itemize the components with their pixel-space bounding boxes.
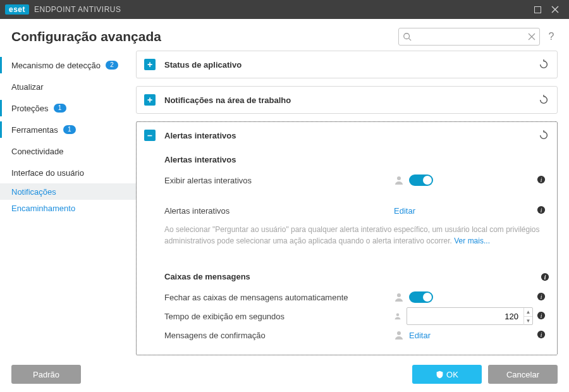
search-input[interactable] <box>412 32 528 42</box>
sidebar-item-notifications[interactable]: Notificações <box>0 183 136 200</box>
maximize-icon <box>534 6 541 13</box>
help-button[interactable]: ? <box>545 31 558 42</box>
user-icon <box>394 311 401 321</box>
sidebar-item-label: Conectividade <box>11 147 63 156</box>
default-button[interactable]: Padrão <box>11 365 81 384</box>
user-icon <box>394 175 404 185</box>
group-heading-msgbox: Caixas de mensagens i <box>164 272 549 281</box>
revert-icon[interactable] <box>538 94 549 106</box>
info-icon[interactable]: i <box>537 311 546 320</box>
svg-point-20 <box>397 331 401 335</box>
sidebar-item-detection[interactable]: Mecanismo de detecção 2 <box>0 54 136 76</box>
user-icon <box>394 292 404 302</box>
section-app-status: + Status de aplicativo <box>136 51 558 78</box>
row-confirm-msgs: Mensagens de confirmação Editar i <box>164 326 549 345</box>
svg-text:i: i <box>544 273 546 280</box>
app-title: ENDPOINT ANTIVIRUS <box>34 5 121 14</box>
row-label: Fechar as caixas de mensagens automatica… <box>164 293 394 302</box>
timeout-stepper[interactable]: ▲ ▼ <box>407 307 533 325</box>
row-show-alerts: Exibir alertas interativos i <box>164 171 549 190</box>
section-header-desktop-notifications[interactable]: + Notificações na área de trabalho <box>137 87 557 113</box>
row-alerts-edit: Alertas interativos Editar i <box>164 201 549 220</box>
svg-text:i: i <box>541 331 542 338</box>
sidebar-badge: 2 <box>106 61 118 70</box>
section-title: Status de aplicativo <box>164 60 538 70</box>
info-icon[interactable]: i <box>537 292 546 301</box>
revert-icon[interactable] <box>538 59 549 70</box>
sidebar-item-label: Proteções <box>11 104 49 113</box>
sidebar-item-update[interactable]: Atualizar <box>0 76 136 97</box>
expand-icon: + <box>144 59 156 70</box>
sidebar: Mecanismo de detecção 2 Atualizar Proteç… <box>0 51 136 357</box>
close-button[interactable] <box>546 1 564 18</box>
section-desktop-notifications: + Notificações na área de trabalho <box>136 86 558 114</box>
section-title: Notificações na área de trabalho <box>164 95 538 105</box>
cancel-button[interactable]: Cancelar <box>488 365 558 384</box>
search-icon <box>403 32 412 41</box>
section-body: Alertas interativos Exibir alertas inter… <box>137 155 557 355</box>
stepper-up[interactable]: ▲ <box>524 308 532 317</box>
row-label: Exibir alertas interativos <box>164 176 394 185</box>
sidebar-badge: 1 <box>63 125 76 134</box>
info-icon[interactable]: i <box>537 330 546 339</box>
svg-point-14 <box>397 293 401 297</box>
svg-point-3 <box>404 34 410 39</box>
sidebar-item-connectivity[interactable]: Conectividade <box>0 140 136 162</box>
sidebar-item-tools[interactable]: Ferramentas 1 <box>0 119 136 140</box>
search-box[interactable] <box>398 28 540 46</box>
section-interactive-alerts: – Alertas interativos Alertas interativo… <box>136 121 558 355</box>
sidebar-item-label: Interface do usuário <box>11 168 84 178</box>
svg-text:i: i <box>541 312 542 319</box>
sidebar-item-label: Atualizar <box>11 82 44 92</box>
window: eset ENDPOINT ANTIVIRUS Configuração ava… <box>0 0 569 392</box>
svg-text:i: i <box>541 293 542 300</box>
toggle-show-alerts[interactable] <box>409 175 433 186</box>
revert-icon[interactable] <box>538 130 549 141</box>
titlebar: eset ENDPOINT ANTIVIRUS <box>0 0 569 19</box>
section-title: Alertas interativos <box>164 131 538 140</box>
page-title: Configuração avançada <box>11 29 398 44</box>
row-auto-close: Fechar as caixas de mensagens automatica… <box>164 288 549 307</box>
close-icon <box>551 6 559 13</box>
clear-search-icon[interactable] <box>528 33 535 40</box>
sidebar-badge: 1 <box>54 104 66 113</box>
collapse-icon: – <box>144 130 156 141</box>
sidebar-item-label: Ferramentas <box>11 125 58 135</box>
see-more-link[interactable]: Ver mais... <box>454 236 490 245</box>
section-header-app-status[interactable]: + Status de aplicativo <box>137 51 557 78</box>
timeout-input[interactable] <box>407 312 523 321</box>
expand-icon: + <box>144 94 156 106</box>
toggle-auto-close[interactable] <box>409 291 433 303</box>
row-label: Mensagens de confirmação <box>164 331 394 340</box>
section-header-interactive-alerts[interactable]: – Alertas interativos <box>137 122 557 149</box>
edit-link-confirm[interactable]: Editar <box>409 331 431 340</box>
info-icon[interactable]: i <box>537 205 546 214</box>
sidebar-item-protections[interactable]: Proteções 1 <box>0 97 136 119</box>
ok-button-label: OK <box>446 370 458 379</box>
header-row: Configuração avançada ? <box>0 19 569 51</box>
stepper-down[interactable]: ▼ <box>524 317 532 325</box>
brand-logo: eset <box>5 4 29 15</box>
row-timeout: Tempo de exibição em segundos ▲ ▼ <box>164 307 549 326</box>
sidebar-item-label: Mecanismo de detecção <box>11 61 101 70</box>
row-label: Alertas interativos <box>164 206 394 216</box>
content: + Status de aplicativo + Notificações na… <box>136 51 569 357</box>
svg-text:i: i <box>541 206 542 213</box>
svg-line-4 <box>409 39 412 41</box>
sidebar-item-label: Encaminhamento <box>11 204 75 213</box>
ok-button[interactable]: OK <box>412 365 482 384</box>
sidebar-item-label: Notificações <box>11 187 56 197</box>
search-wrap: ? <box>398 28 558 46</box>
body: Mecanismo de detecção 2 Atualizar Proteç… <box>0 51 569 357</box>
info-icon[interactable]: i <box>537 175 546 184</box>
svg-text:i: i <box>541 176 542 183</box>
maximize-button[interactable] <box>529 1 546 18</box>
edit-link-alerts[interactable]: Editar <box>394 206 415 216</box>
user-icon <box>394 330 404 340</box>
group-heading-alerts: Alertas interativos <box>164 155 549 164</box>
svg-rect-0 <box>534 6 541 13</box>
sidebar-item-forwarding[interactable]: Encaminhamento <box>0 200 136 216</box>
sidebar-item-ui[interactable]: Interface do usuário <box>0 162 136 183</box>
svg-point-17 <box>396 314 400 317</box>
info-icon[interactable]: i <box>541 273 549 281</box>
